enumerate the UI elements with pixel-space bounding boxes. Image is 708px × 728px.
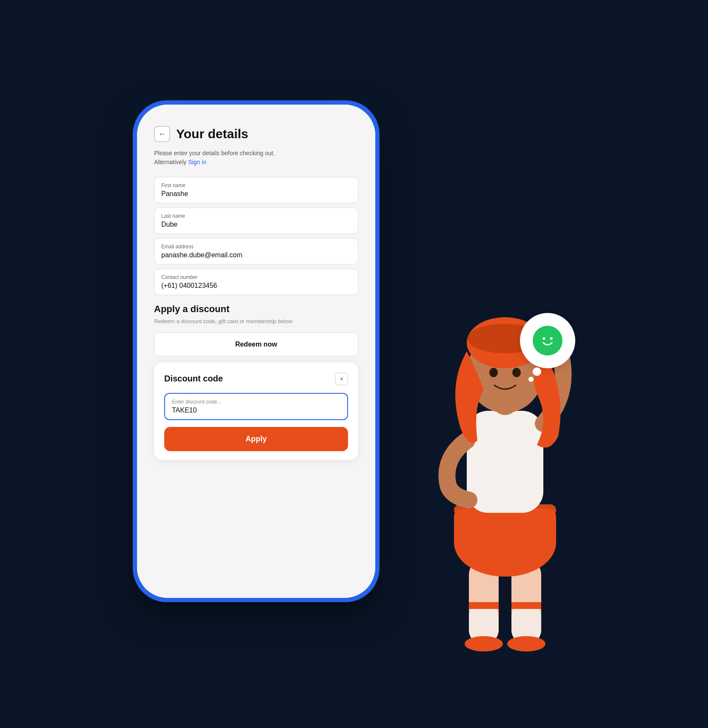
redeem-button[interactable]: Redeem now (154, 333, 358, 356)
last-name-label: Last name (161, 213, 351, 219)
discount-subtitle: Redeem a discount code, gift card or mem… (154, 317, 358, 326)
discount-input-label: Enter discount code... (172, 399, 340, 405)
svg-rect-7 (469, 602, 499, 609)
back-button[interactable]: ← (154, 126, 170, 142)
last-name-field[interactable]: Last name Dube (154, 208, 358, 234)
svg-point-20 (489, 368, 498, 377)
contact-field[interactable]: Contact number (+61) 0400123456 (154, 269, 358, 295)
phone-mockup: ← Your details Please enter your details… (133, 100, 380, 602)
email-value: panashe.dube@email.com (161, 251, 351, 259)
discount-panel-header: Discount code × (164, 373, 348, 385)
email-label: Email address (161, 244, 351, 250)
page-header: ← Your details (154, 126, 358, 142)
first-name-label: First name (161, 182, 351, 188)
contact-value: (+61) 0400123456 (161, 282, 351, 290)
close-discount-button[interactable]: × (335, 373, 348, 385)
discount-panel-title: Discount code (164, 374, 223, 384)
discount-title: Apply a discount (154, 304, 358, 315)
speech-bubble (520, 313, 575, 368)
svg-point-9 (465, 636, 503, 651)
svg-rect-8 (511, 602, 541, 609)
apply-button[interactable]: Apply (164, 427, 348, 451)
discount-input-wrapper[interactable]: Enter discount code... TAKE10 (164, 393, 348, 420)
discount-code-panel: Discount code × Enter discount code... T… (154, 362, 358, 460)
first-name-value: Panashe (161, 190, 351, 198)
page-title: Your details (176, 127, 248, 141)
first-name-field[interactable]: First name Panashe (154, 177, 358, 203)
sign-in-link[interactable]: Sign in (188, 159, 206, 165)
discount-input-value: TAKE10 (172, 407, 340, 414)
email-field[interactable]: Email address panashe.dube@email.com (154, 238, 358, 264)
smiley-icon (533, 326, 562, 355)
svg-rect-14 (467, 411, 543, 513)
svg-point-10 (507, 636, 545, 651)
discount-section: Apply a discount Redeem a discount code,… (154, 304, 358, 460)
svg-point-21 (512, 368, 521, 377)
svg-point-0 (537, 330, 558, 351)
svg-point-2 (550, 337, 553, 340)
contact-label: Contact number (161, 274, 351, 280)
character-illustration (405, 279, 601, 662)
back-arrow-icon: ← (158, 130, 166, 138)
page-subtitle: Please enter your details before checkin… (154, 149, 358, 167)
svg-point-1 (542, 337, 545, 340)
last-name-value: Dube (161, 221, 351, 228)
